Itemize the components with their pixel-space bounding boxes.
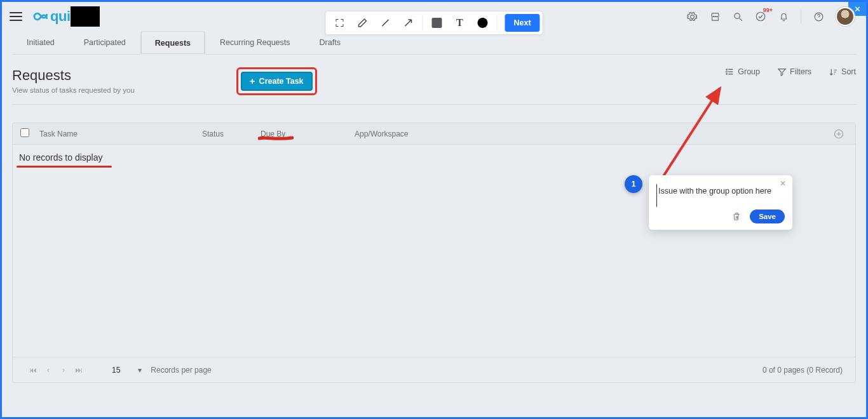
approval-icon[interactable]: 99+ <box>755 11 766 22</box>
svg-point-1 <box>734 13 740 18</box>
search-icon[interactable] <box>732 11 743 22</box>
filters-label: Filters <box>790 67 811 76</box>
sort-action[interactable]: Sort <box>829 67 856 76</box>
svg-rect-8 <box>729 71 733 72</box>
svg-rect-6 <box>729 69 733 70</box>
page-last[interactable]: ⏭ <box>71 366 86 375</box>
col-app[interactable]: App/Workspace <box>355 130 834 138</box>
brand-text: qui <box>50 8 71 25</box>
bell-icon[interactable] <box>778 11 789 22</box>
pen-icon <box>357 18 367 28</box>
plus-circle-icon <box>834 129 844 139</box>
annotation-toolbar: T Next <box>325 11 543 35</box>
group-icon <box>725 67 734 76</box>
store-icon[interactable] <box>709 11 721 22</box>
page-next[interactable]: › <box>56 366 71 375</box>
filter-icon <box>778 68 786 76</box>
svg-point-7 <box>726 71 728 72</box>
delete-annotation-button[interactable] <box>733 212 741 221</box>
annotation-text-input[interactable] <box>656 184 785 207</box>
pagination: ⏮ ‹ › ⏭ 15 ▾ Records per page 0 of 0 pag… <box>13 357 855 382</box>
crop-tool[interactable] <box>328 13 351 32</box>
page-title: Requests <box>12 67 135 84</box>
svg-line-0 <box>382 20 388 26</box>
filters-action[interactable]: Filters <box>778 67 811 76</box>
crop-icon <box>334 18 344 28</box>
annotation-popup: ✕ Save <box>649 175 792 230</box>
line-tool[interactable] <box>374 13 397 32</box>
settings-icon[interactable] <box>686 11 698 22</box>
popup-close-button[interactable]: ✕ <box>778 179 787 188</box>
top-bar: qui T Next 99+ <box>2 2 866 31</box>
pen-tool[interactable] <box>351 13 374 32</box>
create-task-button[interactable]: + Create Task <box>241 72 313 91</box>
annotation-underline <box>17 166 112 168</box>
table-header: Task Name Status Due By App/Workspace <box>13 123 855 145</box>
trash-icon <box>733 212 741 221</box>
page-summary: 0 of 0 pages (0 Record) <box>763 366 843 375</box>
group-action[interactable]: Group <box>725 67 760 76</box>
user-avatar[interactable] <box>836 7 855 26</box>
arrow-icon <box>403 18 413 28</box>
empty-state: No records to display <box>13 145 855 170</box>
line-icon <box>380 18 390 28</box>
redaction-block <box>71 6 100 27</box>
create-task-label: Create Task <box>259 77 304 86</box>
svg-point-9 <box>726 73 728 74</box>
page-subtitle: View status of tasks requested by you <box>12 86 135 94</box>
sort-label: Sort <box>841 67 856 76</box>
tab-initiated[interactable]: Initiated <box>12 31 69 54</box>
col-task-name[interactable]: Task Name <box>39 130 202 138</box>
arrow-tool[interactable] <box>397 13 419 32</box>
notification-badge: 99+ <box>763 7 773 13</box>
next-button[interactable]: Next <box>505 14 539 32</box>
tab-requests[interactable]: Requests <box>140 31 205 55</box>
brand-logo[interactable]: qui <box>30 6 100 27</box>
page-first[interactable]: ⏮ <box>25 366 41 375</box>
tab-recurring[interactable]: Recurring Requests <box>205 31 304 54</box>
text-tool[interactable]: T <box>448 13 471 32</box>
shape-tool[interactable] <box>425 13 448 32</box>
sort-icon <box>829 68 837 76</box>
text-icon: T <box>456 17 463 29</box>
color-picker[interactable] <box>471 13 494 32</box>
svg-point-3 <box>756 12 765 21</box>
page-header: Requests View status of tasks requested … <box>12 55 856 105</box>
circle-icon <box>477 18 487 28</box>
svg-point-5 <box>726 69 728 70</box>
tab-participated[interactable]: Participated <box>69 31 140 54</box>
svg-rect-10 <box>729 74 733 74</box>
col-status[interactable]: Status <box>202 130 261 138</box>
per-page-label: Records per page <box>151 366 211 375</box>
add-column-button[interactable] <box>834 129 848 139</box>
infinity-icon <box>30 10 48 23</box>
save-annotation-button[interactable]: Save <box>750 210 785 223</box>
help-icon[interactable] <box>813 11 824 22</box>
annotation-underline <box>258 136 294 141</box>
page-size-dropdown[interactable]: ▾ <box>138 366 142 375</box>
square-icon <box>431 18 442 28</box>
annotation-marker[interactable]: 1 <box>625 175 642 193</box>
page-prev[interactable]: ‹ <box>41 366 56 375</box>
select-all-checkbox[interactable] <box>20 128 29 137</box>
menu-icon[interactable] <box>10 12 22 21</box>
group-label: Group <box>738 67 760 76</box>
svg-line-2 <box>739 18 742 20</box>
table: Task Name Status Due By App/Workspace No… <box>12 123 856 383</box>
page-size-value[interactable]: 15 <box>112 366 120 375</box>
annotation-highlight: + Create Task <box>236 67 317 95</box>
col-due-by[interactable]: Due By <box>261 130 355 138</box>
top-right-actions: 99+ <box>686 7 858 26</box>
